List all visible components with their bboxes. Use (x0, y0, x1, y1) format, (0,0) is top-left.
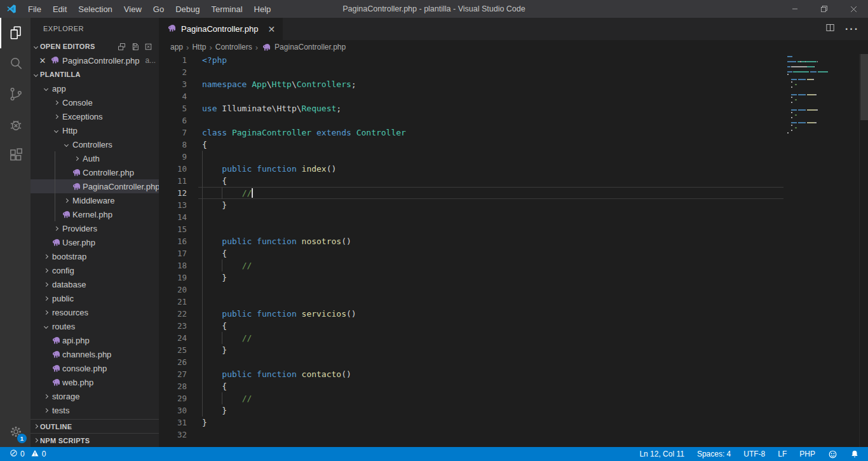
tree-item-console[interactable]: Console (31, 95, 159, 109)
tree-item-routes[interactable]: routes (31, 319, 159, 333)
tree-item-label: channels.php (62, 350, 111, 359)
code-text (197, 211, 202, 223)
save-all-icon[interactable] (131, 43, 139, 51)
code-line-1: 1<?php (159, 54, 868, 66)
status-language-mode[interactable]: PHP (796, 447, 819, 461)
tree-item-channels-php[interactable]: channels.php (31, 347, 159, 361)
code-line-20: 20 (159, 284, 868, 296)
toggle-layout-icon[interactable] (118, 43, 126, 51)
tree-item-public[interactable]: public (31, 291, 159, 305)
breadcrumb-separator: › (209, 43, 212, 52)
breadcrumb-item[interactable]: Http (192, 43, 206, 52)
menu-file[interactable]: File (22, 0, 47, 18)
tree-item-auth[interactable]: Auth (31, 151, 159, 165)
code-line-14: 14 (159, 211, 868, 223)
warning-count: 0 (42, 450, 46, 458)
minimize-button[interactable] (780, 0, 810, 18)
menu-edit[interactable]: Edit (47, 0, 72, 18)
code-text: { (197, 247, 227, 259)
tree-item-bootstrap[interactable]: bootstrap (31, 249, 159, 263)
status-cursor-position[interactable]: Ln 12, Col 11 (635, 447, 688, 461)
close-window-button[interactable] (839, 0, 868, 18)
code-line-9: 9 (159, 151, 868, 163)
tree-item-controller-php[interactable]: Controller.php (31, 165, 159, 179)
code-text: <?php (197, 54, 227, 66)
php-file-icon (71, 167, 81, 177)
feedback-smiley-icon[interactable] (824, 447, 841, 461)
tree-item-controllers[interactable]: Controllers (31, 137, 159, 151)
code-text: } (197, 199, 227, 211)
settings-gear-icon[interactable]: 1 (0, 416, 31, 447)
code-text (197, 296, 202, 308)
status-indentation[interactable]: Spaces: 4 (693, 447, 735, 461)
menu-terminal[interactable]: Terminal (205, 0, 248, 18)
problems-status[interactable]: 0 0 (6, 447, 49, 461)
debug-icon[interactable] (0, 109, 31, 140)
folder-section-header[interactable]: PLANTILLA (31, 67, 159, 81)
tree-item-console-php[interactable]: console.php (31, 361, 159, 375)
more-actions-icon[interactable]: ··· (845, 24, 859, 35)
tab-paginacontroller[interactable]: PaginaController.php ✕ (159, 18, 283, 40)
menu-help[interactable]: Help (248, 0, 277, 18)
tree-item-web-php[interactable]: web.php (31, 375, 159, 389)
tree-item-app[interactable]: app (31, 81, 159, 95)
menu-debug[interactable]: Debug (170, 0, 205, 18)
code-text: // (197, 187, 252, 199)
close-editor-icon[interactable]: ✕ (38, 56, 47, 65)
tree-item-providers[interactable]: Providers (31, 221, 159, 235)
tree-item-api-php[interactable]: api.php (31, 333, 159, 347)
code-line-17: 17 { (159, 247, 868, 259)
editor-scrollbar[interactable] (859, 54, 868, 447)
breadcrumb-item[interactable]: Controllers (215, 43, 252, 52)
tree-item-kernel-php[interactable]: Kernel.php (31, 207, 159, 221)
split-editor-icon[interactable] (825, 23, 835, 35)
tree-item-paginacontroller-php[interactable]: PaginaController.php (31, 179, 159, 193)
tree-item-tests[interactable]: tests (31, 403, 159, 417)
tree-item-exceptions[interactable]: Exceptions (31, 109, 159, 123)
code-text (197, 284, 202, 296)
explorer-icon[interactable] (0, 18, 31, 48)
window-controls (780, 0, 868, 18)
menu-selection[interactable]: Selection (72, 0, 118, 18)
status-encoding[interactable]: UTF-8 (740, 447, 769, 461)
outline-section-header[interactable]: OUTLINE (31, 419, 159, 433)
tree-item-storage[interactable]: storage (31, 389, 159, 403)
extensions-icon[interactable] (0, 140, 31, 170)
close-all-icon[interactable] (144, 43, 153, 51)
code-line-11: 11 { (159, 175, 868, 187)
source-control-icon[interactable] (0, 79, 31, 109)
open-editors-header[interactable]: OPEN EDITORS (31, 39, 159, 53)
code-line-26: 26 (159, 356, 868, 368)
search-icon[interactable] (0, 48, 31, 79)
close-tab-icon[interactable]: ✕ (266, 24, 276, 34)
chevron-right-icon (41, 255, 51, 258)
notifications-bell-icon[interactable] (846, 447, 863, 461)
code-text (197, 223, 202, 235)
scrollbar-thumb[interactable] (860, 54, 868, 120)
menu-view[interactable]: View (118, 0, 147, 18)
tree-item-label: app (52, 84, 66, 93)
tree-item-http[interactable]: Http (31, 123, 159, 137)
line-number: 31 (159, 416, 197, 429)
code-editor[interactable]: 1<?php23namespace App\Http\Controllers;4… (159, 54, 868, 447)
restore-button[interactable] (810, 0, 839, 18)
breadcrumb-item[interactable]: PaginaController.php (275, 43, 346, 52)
tree-item-middleware[interactable]: Middleware (31, 193, 159, 207)
tree-item-label: database (52, 280, 86, 289)
status-eol[interactable]: LF (774, 447, 790, 461)
chevron-right-icon (41, 297, 51, 300)
tree-item-resources[interactable]: resources (31, 305, 159, 319)
tree-item-database[interactable]: database (31, 277, 159, 291)
npm-scripts-section-header[interactable]: NPM SCRIPTS (31, 433, 159, 447)
php-file-icon (51, 237, 61, 247)
menu-go[interactable]: Go (147, 0, 170, 18)
settings-badge: 1 (17, 434, 27, 443)
code-line-16: 16 public function nosotros() (159, 235, 868, 247)
open-editor-item[interactable]: ✕ PaginaController.php a... (31, 53, 159, 67)
breadcrumb-item[interactable]: app (170, 43, 183, 52)
tree-item-user-php[interactable]: User.php (31, 235, 159, 249)
tree-item-config[interactable]: config (31, 263, 159, 277)
window-title: PaginaController.php - plantilla - Visua… (342, 4, 525, 13)
line-number: 11 (159, 175, 197, 187)
code-line-5: 5use Illuminate\Http\Request; (159, 102, 868, 114)
